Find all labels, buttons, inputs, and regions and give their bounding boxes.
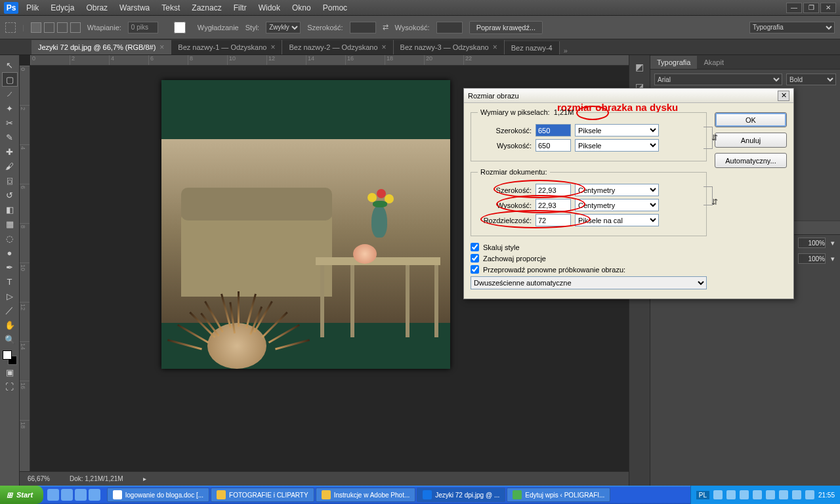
close-icon[interactable]: × (382, 43, 387, 52)
ql-icon[interactable] (47, 489, 59, 501)
dialog-close-button[interactable]: ✕ (778, 91, 789, 101)
ok-button[interactable]: OK (715, 112, 787, 127)
menu-warstwa[interactable]: Warstwa (119, 3, 150, 12)
taskbar-item[interactable]: Edytuj wpis ‹ POLIGRAFI... (507, 488, 610, 502)
lang-indicator[interactable]: PL (696, 491, 709, 499)
tab-overflow-icon[interactable]: » (564, 47, 568, 54)
path-select-icon[interactable]: ▷ (2, 289, 18, 303)
height-input[interactable] (436, 22, 463, 33)
opacity-input[interactable] (798, 238, 826, 248)
px-width-input[interactable] (536, 124, 571, 136)
tray-icon[interactable] (753, 490, 762, 499)
sel-add-icon[interactable] (44, 22, 54, 33)
tray-icon[interactable] (792, 490, 801, 499)
eyedropper-tool-icon[interactable]: ✎ (2, 130, 18, 144)
doc-tab-0[interactable]: Jezyki 72 dpi.jpg @ 66,7% (RGB/8#)× (32, 40, 171, 54)
menu-okno[interactable]: Okno (292, 3, 311, 12)
px-height-unit[interactable]: Piksele (575, 139, 659, 152)
tab-akapit[interactable]: Akapit (697, 56, 730, 69)
app-restore-button[interactable]: ❐ (803, 3, 819, 13)
ql-icon[interactable] (61, 489, 73, 501)
start-button[interactable]: ⊞Start (0, 486, 43, 504)
taskbar-item[interactable]: Jezyki 72 dpi.jpg @ ... (417, 488, 505, 502)
fill-input[interactable] (798, 253, 826, 264)
status-menu-icon[interactable]: ▸ (143, 475, 146, 482)
pen-tool-icon[interactable]: ✒ (2, 260, 18, 274)
sel-sub-icon[interactable] (57, 22, 68, 33)
panel-icon[interactable]: ◩ (635, 62, 644, 72)
app-minimize-button[interactable]: — (786, 3, 802, 13)
lasso-tool-icon[interactable]: ⟋ (2, 87, 18, 101)
gradient-tool-icon[interactable]: ▦ (2, 217, 18, 231)
brush-tool-icon[interactable]: 🖌 (2, 159, 18, 173)
workspace-select[interactable]: Typografia (749, 22, 835, 33)
link-icon[interactable]: ⇵ (711, 133, 718, 142)
px-width-unit[interactable]: Piksele (575, 124, 659, 136)
tray-icon[interactable] (779, 490, 788, 499)
swap-wh-icon[interactable]: ⇄ (383, 23, 388, 32)
move-tool-icon[interactable]: ↖ (2, 58, 18, 72)
antialias-checkbox[interactable] (165, 22, 195, 33)
width-input[interactable] (350, 22, 376, 33)
close-icon[interactable]: × (270, 43, 275, 52)
zoom-tool-icon[interactable]: 🔍 (2, 332, 18, 346)
screenmode-icon[interactable]: ⛶ (2, 379, 18, 394)
app-close-button[interactable]: ✕ (820, 3, 836, 13)
heal-tool-icon[interactable]: ✚ (2, 144, 18, 159)
ql-icon[interactable] (75, 489, 87, 501)
menu-widok[interactable]: Widok (259, 3, 280, 12)
menu-plik[interactable]: Plik (26, 3, 39, 12)
scale-styles-checkbox[interactable] (471, 243, 479, 251)
menu-edycja[interactable]: Edycja (51, 3, 74, 12)
refine-edge-button[interactable]: Popraw krawędź... (469, 21, 543, 34)
resolution-input[interactable] (536, 214, 571, 226)
tray-icon[interactable] (726, 490, 736, 499)
resample-method-select[interactable]: Dwusześcienne automatyczne (471, 276, 707, 289)
stamp-tool-icon[interactable]: ⌼ (2, 173, 18, 188)
sel-new-icon[interactable] (31, 22, 41, 33)
menu-pomoc[interactable]: Pomoc (323, 3, 347, 12)
doc-width-input[interactable] (536, 184, 571, 196)
menu-zaznacz[interactable]: Zaznacz (192, 3, 221, 12)
link-icon[interactable]: ⇵ (711, 198, 718, 207)
crop-tool-icon[interactable]: ✂ (2, 116, 18, 130)
type-tool-icon[interactable]: T (2, 274, 18, 289)
wand-tool-icon[interactable]: ✦ (2, 101, 18, 116)
tray-icon[interactable] (766, 490, 775, 499)
menu-tekst[interactable]: Tekst (161, 3, 180, 12)
constrain-checkbox[interactable] (471, 254, 479, 262)
dialog-titlebar[interactable]: Rozmiar obrazu ✕ (464, 89, 793, 103)
tray-icon[interactable] (713, 490, 723, 499)
history-brush-icon[interactable]: ↺ (2, 188, 18, 202)
sel-int-icon[interactable] (70, 22, 81, 33)
taskbar-item[interactable]: logowanie do bloga.doc [... (107, 488, 209, 502)
menu-filtr[interactable]: Filtr (234, 3, 247, 12)
tool-preset-icon[interactable] (5, 22, 16, 33)
resample-checkbox[interactable] (471, 265, 479, 274)
blur-tool-icon[interactable]: ◌ (2, 231, 18, 245)
clock[interactable]: 21:55 (818, 492, 835, 499)
close-icon[interactable]: × (159, 43, 164, 52)
doc-tab-4[interactable]: Bez nazwy-4 (505, 41, 560, 54)
taskbar-item[interactable]: Instrukcje w Adobe Phot... (316, 488, 416, 502)
px-height-input[interactable] (536, 139, 571, 152)
cancel-button[interactable]: Anuluj (715, 133, 787, 148)
tray-icon[interactable] (740, 490, 749, 499)
resolution-unit[interactable]: Piksele na cal (575, 214, 659, 226)
tab-typografia[interactable]: Typografia (650, 56, 697, 69)
tray-icon[interactable] (805, 490, 814, 499)
close-icon[interactable]: × (493, 43, 497, 52)
color-swatch[interactable] (3, 350, 17, 365)
doc-width-unit[interactable]: Centymetry (575, 184, 659, 196)
canvas[interactable] (161, 80, 450, 369)
style-select[interactable]: Zwykły (266, 22, 301, 33)
shape-tool-icon[interactable]: ／ (2, 303, 18, 318)
doc-tab-1[interactable]: Bez nazwy-1 — Odzyskano× (171, 40, 282, 54)
doc-height-unit[interactable]: Centymetry (575, 199, 659, 211)
font-weight-select[interactable]: Bold (786, 74, 836, 85)
eraser-tool-icon[interactable]: ◧ (2, 202, 18, 217)
taskbar-item[interactable]: FOTOGRAFIE i CLIPARTY (211, 488, 314, 502)
doc-height-input[interactable] (536, 199, 571, 211)
ql-icon[interactable] (89, 489, 100, 501)
doc-tab-3[interactable]: Bez nazwy-3 — Odzyskano× (394, 40, 505, 54)
